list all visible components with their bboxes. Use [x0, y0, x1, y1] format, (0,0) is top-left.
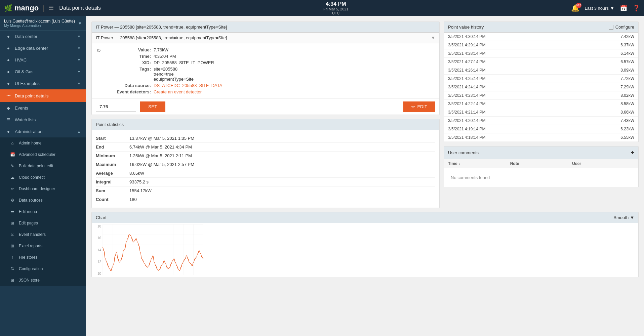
sidebar-item-json-store[interactable]: ⊞ JSON store	[0, 275, 86, 286]
sidebar-item-admin-home[interactable]: ⌂ Admin home	[0, 137, 86, 149]
sidebar-item-ui-examples[interactable]: ● UI Examples ▼	[0, 78, 86, 89]
sidebar-item-event-handlers[interactable]: ☑ Event handlers	[0, 229, 86, 240]
tag-equipment: equipmentType=Site	[154, 77, 222, 82]
sidebar-item-administration[interactable]: ● Administration ▲	[0, 126, 86, 137]
tag-trend: trend=true	[154, 72, 222, 77]
sidebar-item-edit-menu[interactable]: ☰ Edit menu	[0, 206, 86, 217]
sidebar-item-file-stores[interactable]: ↑ File stores	[0, 252, 86, 263]
tags-label: Tags:	[111, 67, 151, 72]
sidebar-label-watch-lists: Watch lists	[15, 117, 81, 122]
sidebar-item-bulk-edit[interactable]: ✎ Bulk data point edit	[0, 160, 86, 172]
sidebar-label-bulk-edit: Bulk data point edit	[19, 164, 81, 168]
no-comments-msg: No comments found	[444, 168, 638, 187]
file-stores-icon: ↑	[9, 255, 15, 260]
configure-checkbox[interactable]	[609, 25, 613, 30]
pvh-row: 3/5/2021 4:28:14 PM6.14kW	[444, 49, 638, 58]
configure-button[interactable]: Configure	[609, 25, 634, 30]
stat-min-val: 1.25kW @ Mar 5, 2021 2:11 PM	[129, 153, 192, 158]
excel-icon: ⊞	[9, 244, 15, 248]
stat-start-key: Start	[96, 136, 129, 141]
chart-grid	[103, 224, 203, 275]
admin-home-icon: ⌂	[9, 141, 15, 145]
comments-cols: Time ↓ Note User	[444, 159, 638, 168]
sidebar-item-data-center[interactable]: ● Data center ▼	[0, 31, 86, 42]
timezone: UTC	[323, 11, 349, 15]
tags-value: site=205588 trend=true equipmentType=Sit…	[154, 67, 222, 82]
pvh-title: Point value history	[448, 25, 484, 30]
sidebar: Luis.Guette@radixiot.com (Luis Güette) M…	[0, 16, 86, 336]
dp-title: IT Power — 205588 [site=205588, trend=tr…	[96, 25, 227, 30]
config-icon: ⇅	[9, 266, 15, 271]
stat-end-key: End	[96, 144, 129, 150]
stat-integral: Integral 93375.2 s	[96, 178, 435, 186]
logo-icon: 🌿	[4, 4, 12, 12]
user-col-label: User	[572, 161, 581, 166]
watch-lists-icon: ☰	[5, 117, 11, 122]
sidebar-item-edge-data-center[interactable]: ● Edge data center ▼	[0, 42, 86, 54]
sidebar-label-oil-gas: Oil & Gas	[15, 69, 74, 74]
stat-minimum: Minimum 1.25kW @ Mar 5, 2021 2:11 PM	[96, 152, 435, 160]
time-display: 4:34 PM Fri Mar 5, 2021 UTC	[323, 1, 349, 15]
sidebar-item-advanced-scheduler[interactable]: 📅 Advanced scheduler	[0, 149, 86, 160]
pvh-time: 3/5/2021 4:18:14 PM	[448, 135, 485, 140]
sidebar-item-data-sources[interactable]: ⚙ Data sources	[0, 195, 86, 206]
sidebar-item-data-point-details[interactable]: 〜 Data point details	[0, 89, 86, 102]
pvh-row: 3/5/2021 4:29:14 PM6.37kW	[444, 41, 638, 49]
sidebar-item-configuration[interactable]: ⇅ Configuration	[0, 263, 86, 275]
sidebar-item-cloud-connect[interactable]: ☁ Cloud connect	[0, 172, 86, 183]
xid-label: XID:	[111, 60, 151, 65]
calendar-icon[interactable]: 📅	[620, 4, 627, 12]
dp-details-icon: 〜	[5, 93, 11, 99]
user-chevron[interactable]: ▼	[78, 21, 82, 26]
set-button[interactable]: SET	[140, 101, 165, 112]
comments-header: User comments +	[444, 146, 638, 159]
stat-sum-key: Sum	[96, 188, 129, 193]
stat-max-val: 16.02kW @ Mar 5, 2021 2:57 PM	[129, 162, 194, 167]
data-source-link[interactable]: DS_ATCEDC_205588_SITE_DATA	[154, 83, 222, 88]
sidebar-item-excel-reports[interactable]: ⊞ Excel reports	[0, 240, 86, 252]
chart-title: Chart	[96, 215, 107, 220]
add-comment-button[interactable]: +	[631, 149, 634, 156]
details-grid: Value: 7.76kW Time: 4:35:04 PM XID: DP_2…	[105, 43, 228, 98]
time-label: Time:	[111, 54, 151, 59]
admin-icon: ●	[5, 129, 11, 134]
stat-integral-key: Integral	[96, 179, 129, 184]
set-value-input[interactable]	[96, 102, 136, 112]
sidebar-item-hvac[interactable]: ● HVAC ▼	[0, 54, 86, 66]
help-icon[interactable]: ❓	[633, 4, 640, 12]
event-detectors-link[interactable]: Create an event detector	[154, 89, 222, 94]
point-selector[interactable]: IT Power — 205588 [site=205588, trend=tr…	[92, 33, 439, 43]
user-email: Luis.Guette@radixiot.com (Luis Güette)	[4, 19, 75, 24]
sidebar-item-oil-gas[interactable]: ● Oil & Gas ▼	[0, 66, 86, 78]
refresh-icon[interactable]: ↻	[96, 47, 101, 54]
hamburger-menu[interactable]: ☰	[48, 4, 54, 12]
pvh-value: 6.57kW	[620, 59, 634, 64]
sidebar-item-dashboard-designer[interactable]: ✏ Dashboard designer	[0, 183, 86, 195]
edit-button[interactable]: ✏ EDIT	[403, 101, 435, 112]
sidebar-item-watch-lists[interactable]: ☰ Watch lists	[0, 114, 86, 126]
smooth-chevron-icon: ▼	[630, 215, 634, 220]
sidebar-item-events[interactable]: ◆ Events	[0, 102, 86, 114]
smooth-selector[interactable]: Smooth ▼	[613, 215, 634, 220]
smooth-label: Smooth	[613, 215, 629, 220]
pvh-time: 3/5/2021 4:24:14 PM	[448, 85, 485, 89]
right-panel: Point value history Configure 3/5/2021 4…	[444, 22, 639, 208]
sidebar-label-hvac: HVAC	[15, 57, 74, 62]
alarm-button[interactable]: 🔔 025	[571, 4, 579, 12]
sidebar-label-dashboard-designer: Dashboard designer	[19, 186, 81, 191]
logo-text: mango	[14, 4, 39, 12]
stat-min-key: Minimum	[96, 153, 129, 158]
pvh-row: 3/5/2021 4:22:14 PM8.58kW	[444, 100, 638, 108]
pvh-time: 3/5/2021 4:20:14 PM	[448, 118, 485, 123]
stats-table: Start 13.37kW @ Mar 5, 2021 1:35 PM End …	[92, 130, 439, 208]
sort-arrow-icon[interactable]: ↓	[459, 162, 460, 166]
pvh-row: 3/5/2021 4:21:14 PM8.66kW	[444, 108, 638, 117]
time-range-selector[interactable]: Last 3 hours ▼	[585, 6, 614, 11]
pvh-row: 3/5/2021 4:24:14 PM7.29kW	[444, 83, 638, 91]
sidebar-item-edit-pages[interactable]: ⊞ Edit pages	[0, 217, 86, 229]
chevron-right-icon4: ▼	[77, 70, 81, 74]
stat-count: Count 180	[96, 195, 435, 204]
y-label-18: 18	[93, 224, 101, 228]
cloud-icon: ☁	[9, 175, 15, 180]
sidebar-nav: ● Data center ▼ ● Edge data center ▼ ● H…	[0, 31, 86, 336]
